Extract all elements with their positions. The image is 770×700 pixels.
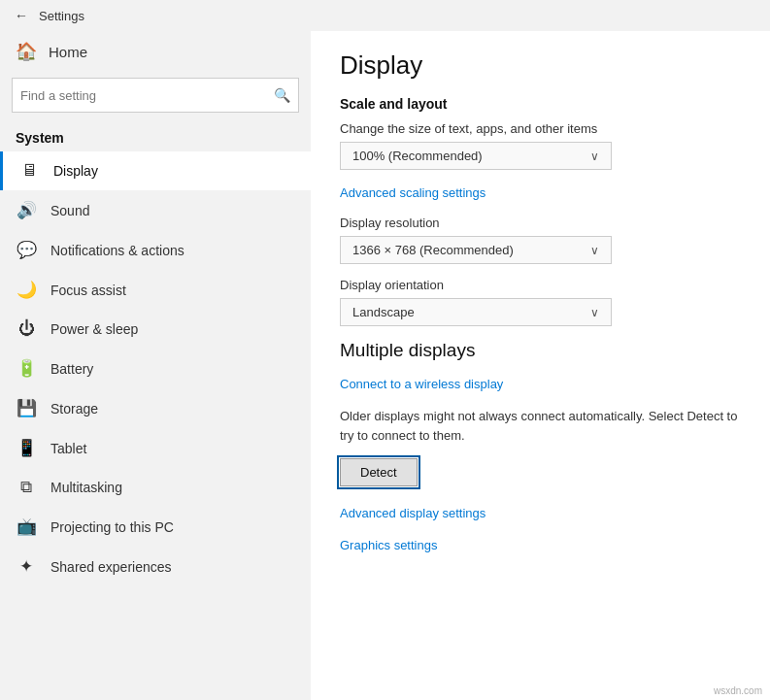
resolution-value: 1366 × 768 (Recommended) [352,243,514,257]
sidebar-item-label-storage: Storage [50,401,98,417]
sidebar-item-label-sound: Sound [50,203,89,218]
chevron-down-icon-orientation: ∨ [590,306,599,319]
sidebar-home-label: Home [49,44,87,60]
advanced-scaling-link[interactable]: Advanced scaling settings [340,185,485,200]
sidebar-item-label-shared-experiences: Shared experiences [50,559,172,575]
sidebar: 🏠 Home 🔍 System 🖥Display🔊Sound💬Notificat… [0,31,311,700]
chevron-down-icon: ∨ [590,150,599,163]
search-box: 🔍 [12,78,299,113]
sidebar-item-home[interactable]: 🏠 Home [0,31,311,72]
tablet-icon: 📱 [16,438,37,458]
sidebar-item-label-battery: Battery [50,361,93,377]
orientation-value: Landscape [352,305,415,319]
search-input[interactable] [20,88,274,103]
multitasking-icon: ⧉ [16,478,37,497]
connect-wireless-link[interactable]: Connect to a wireless display [340,377,503,391]
detect-button[interactable]: Detect [340,458,418,486]
display-icon: 🖥 [18,161,40,181]
notifications-icon: 💬 [16,240,37,260]
resolution-dropdown[interactable]: 1366 × 768 (Recommended) ∨ [340,236,612,264]
scale-dropdown[interactable]: 100% (Recommended) ∨ [340,142,612,170]
sidebar-item-label-power-sleep: Power & sleep [50,321,138,337]
power-sleep-icon: ⏻ [16,319,37,339]
page-title: Display [340,50,741,81]
scale-layout-title: Scale and layout [340,96,741,112]
advanced-display-link[interactable]: Advanced display settings [340,506,485,520]
shared-experiences-icon: ✦ [16,556,37,577]
watermark: wsxdn.com [714,685,762,696]
search-icon: 🔍 [274,87,290,103]
battery-icon: 🔋 [16,358,37,379]
sidebar-item-label-multitasking: Multitasking [50,480,122,495]
sidebar-item-display[interactable]: 🖥Display [0,151,311,190]
sidebar-item-power-sleep[interactable]: ⏻Power & sleep [0,310,311,349]
sidebar-item-label-display: Display [53,163,98,179]
multiple-displays-title: Multiple displays [340,340,741,361]
sidebar-section-title: System [0,122,311,151]
back-button[interactable]: ← [12,6,31,25]
projecting-icon: 📺 [16,517,37,537]
storage-icon: 💾 [16,398,37,418]
sidebar-item-tablet[interactable]: 📱Tablet [0,428,311,468]
orientation-dropdown[interactable]: Landscape ∨ [340,298,612,326]
chevron-down-icon-resolution: ∨ [590,244,599,257]
sidebar-item-label-projecting: Projecting to this PC [50,519,174,535]
sidebar-item-label-tablet: Tablet [50,441,86,456]
resolution-label: Display resolution [340,216,741,230]
focus-assist-icon: 🌙 [16,280,37,300]
content-area: Display Scale and layout Change the size… [311,31,770,700]
title-bar: ← Settings [0,0,770,31]
home-icon: 🏠 [16,41,37,62]
title-bar-title: Settings [39,9,84,23]
scale-value: 100% (Recommended) [352,149,483,163]
sidebar-item-label-notifications: Notifications & actions [50,243,184,258]
sidebar-item-storage[interactable]: 💾Storage [0,388,311,428]
orientation-label: Display orientation [340,278,741,292]
sidebar-item-label-focus-assist: Focus assist [50,283,126,298]
sidebar-item-battery[interactable]: 🔋Battery [0,349,311,388]
sound-icon: 🔊 [16,200,37,220]
change-size-label: Change the size of text, apps, and other… [340,121,741,136]
graphics-settings-link[interactable]: Graphics settings [340,538,437,552]
sidebar-item-multitasking[interactable]: ⧉Multitasking [0,468,311,507]
sidebar-item-notifications[interactable]: 💬Notifications & actions [0,230,311,270]
sidebar-items-list: 🖥Display🔊Sound💬Notifications & actions🌙F… [0,151,311,586]
sidebar-item-sound[interactable]: 🔊Sound [0,190,311,230]
sidebar-item-shared-experiences[interactable]: ✦Shared experiences [0,547,311,586]
sidebar-item-focus-assist[interactable]: 🌙Focus assist [0,270,311,310]
main-layout: 🏠 Home 🔍 System 🖥Display🔊Sound💬Notificat… [0,31,770,700]
multiple-displays-info: Older displays might not always connect … [340,407,741,445]
sidebar-item-projecting[interactable]: 📺Projecting to this PC [0,507,311,547]
